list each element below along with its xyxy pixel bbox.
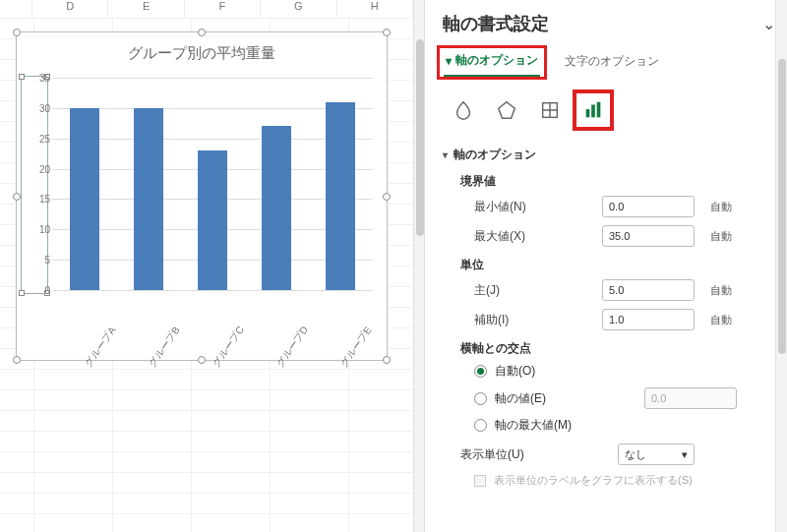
checkbox-label: 表示単位のラベルをグラフに表示する(S) <box>494 473 693 488</box>
plot-area[interactable]: 05101520253035 <box>52 78 373 290</box>
tab-label: 軸のオプション <box>455 52 538 69</box>
effects-icon[interactable] <box>492 95 521 125</box>
resize-handle[interactable] <box>13 29 21 36</box>
svg-rect-4 <box>597 102 601 118</box>
annotation-highlight: ▾ 軸のオプション <box>437 45 547 80</box>
cross-value-input <box>644 387 737 409</box>
axis-handle[interactable] <box>19 290 25 296</box>
axis-handle[interactable] <box>19 74 25 80</box>
format-category-icons <box>443 78 775 139</box>
major-unit-label: 主(J) <box>474 282 592 299</box>
checkbox-icon <box>474 475 486 487</box>
row-header-gutter <box>0 0 32 18</box>
pane-title: 軸の書式設定 <box>443 12 549 35</box>
tab-axis-options[interactable]: ▾ 軸のオプション <box>444 48 540 77</box>
axis-options-section: ▾ 軸のオプション 境界値 最小値(N) 自動 最大値(X) 自動 単位 主(J… <box>443 139 775 490</box>
y-tick-label: 25 <box>27 133 50 144</box>
select-value: なし <box>625 447 646 462</box>
cross-group-label: 横軸との交点 <box>443 334 775 359</box>
bar[interactable] <box>262 126 291 290</box>
bar[interactable] <box>198 150 227 290</box>
max-input[interactable] <box>602 225 695 247</box>
radio-label: 自動(O) <box>495 363 535 380</box>
y-tick-label: 5 <box>27 255 50 266</box>
cross-max-radio[interactable]: 軸の最大値(M) <box>443 413 775 438</box>
bar-slot <box>321 78 360 290</box>
bar-slot <box>65 78 104 290</box>
radio-label: 軸の最大値(M) <box>495 417 572 434</box>
chevron-down-icon: ▾ <box>446 54 452 68</box>
axis-options-icon[interactable] <box>578 95 608 125</box>
min-label: 最小値(N) <box>474 199 592 215</box>
col-header[interactable]: E <box>108 0 184 18</box>
minor-unit-state: 自動 <box>710 313 732 327</box>
tab-text-options[interactable]: 文字のオプション <box>563 49 661 76</box>
annotation-highlight <box>573 89 614 131</box>
format-axis-pane: 軸の書式設定 ⌄ ▾ 軸のオプション 文字のオプション ▾ <box>425 0 787 532</box>
units-group-label: 単位 <box>443 251 775 275</box>
major-unit-input[interactable] <box>602 279 695 301</box>
display-units-select[interactable]: なし ▾ <box>618 443 695 465</box>
y-tick-label: 30 <box>27 102 50 113</box>
radio-label: 軸の値(E) <box>495 390 615 407</box>
y-tick-label: 15 <box>27 194 50 205</box>
bar[interactable] <box>70 108 99 290</box>
show-units-label-checkbox: 表示単位のラベルをグラフに表示する(S) <box>443 469 775 488</box>
resize-handle[interactable] <box>13 193 21 201</box>
radio-icon <box>474 392 487 405</box>
svg-marker-0 <box>499 102 515 119</box>
bar[interactable] <box>134 108 163 290</box>
collapse-pane-icon[interactable]: ⌄ <box>762 15 775 33</box>
resize-handle[interactable] <box>383 193 391 201</box>
scrollbar-thumb[interactable] <box>778 59 786 354</box>
vertical-scrollbar[interactable] <box>413 0 425 532</box>
display-units-label: 表示単位(U) <box>460 446 608 463</box>
bar-slot <box>193 78 232 290</box>
y-tick-label: 20 <box>27 163 50 174</box>
col-header[interactable]: F <box>185 0 261 18</box>
col-header[interactable]: H <box>337 0 413 18</box>
chart-title[interactable]: グループ別の平均重量 <box>17 32 387 69</box>
embedded-chart[interactable]: グループ別の平均重量 05101520253035 グループAグループBグループ… <box>16 31 388 361</box>
section-header-axis-options[interactable]: ▾ 軸のオプション <box>443 143 775 167</box>
bar-slot <box>257 78 296 290</box>
y-tick-label: 0 <box>27 285 50 296</box>
max-label: 最大値(X) <box>474 228 592 245</box>
y-axis-labels: 05101520253035 <box>27 78 50 290</box>
bar[interactable] <box>326 102 355 290</box>
max-state: 自動 <box>710 229 732 244</box>
resize-handle[interactable] <box>13 356 21 364</box>
bars-container <box>52 78 373 290</box>
minor-unit-label: 補助(I) <box>474 312 592 328</box>
y-tick-label: 10 <box>27 224 50 235</box>
min-input[interactable] <box>602 196 695 217</box>
cross-value-radio[interactable]: 軸の値(E) <box>443 384 775 413</box>
x-axis-labels: グループAグループBグループCグループDグループE <box>52 296 373 365</box>
scrollbar-thumb[interactable] <box>416 39 424 236</box>
resize-handle[interactable] <box>198 29 206 36</box>
radio-icon <box>474 419 487 432</box>
column-headers: D E F G H <box>0 0 413 18</box>
bar-slot <box>129 78 168 290</box>
section-header-label: 軸のオプション <box>454 147 536 163</box>
spreadsheet-area: D E F G H グループ別の平均重量 05101520253035 グループ… <box>0 0 413 532</box>
resize-handle[interactable] <box>383 29 391 36</box>
svg-rect-2 <box>586 109 590 117</box>
pane-tabs: ▾ 軸のオプション 文字のオプション <box>443 43 775 78</box>
col-header[interactable]: G <box>261 0 336 18</box>
col-header[interactable]: D <box>32 0 108 18</box>
minor-unit-input[interactable] <box>602 309 695 330</box>
y-tick-label: 35 <box>27 73 50 84</box>
major-unit-state: 自動 <box>710 283 732 298</box>
radio-icon <box>474 365 487 378</box>
svg-rect-3 <box>591 105 595 118</box>
size-properties-icon[interactable] <box>535 95 565 125</box>
gridline <box>52 290 373 291</box>
bounds-group-label: 境界値 <box>443 167 775 192</box>
cross-auto-radio[interactable]: 自動(O) <box>443 359 775 384</box>
min-state: 自動 <box>710 200 732 214</box>
fill-line-icon[interactable] <box>449 95 478 125</box>
chevron-down-icon: ▾ <box>682 448 688 461</box>
pane-scrollbar[interactable] <box>775 0 787 532</box>
chevron-down-icon: ▾ <box>443 149 448 160</box>
